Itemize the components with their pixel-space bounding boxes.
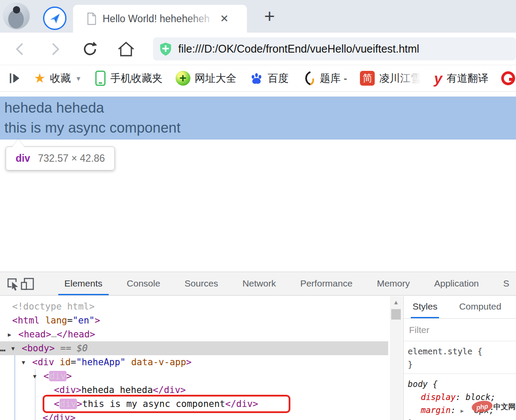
php-badge: php: [471, 400, 493, 413]
sidebar-toggle-icon[interactable]: [8, 72, 21, 85]
styles-filter-field[interactable]: Filter: [403, 319, 516, 341]
address-bar[interactable]: file:///D:/OK/Code/frontEnd/vueHello/vue…: [153, 37, 516, 60]
styles-tabs: Styles Computed: [403, 296, 516, 319]
devtools-panel: Elements Console Sources Network Perform…: [0, 272, 516, 420]
security-shield-icon: [159, 42, 172, 57]
code-row[interactable]: …▼<body> == $0: [0, 341, 388, 355]
code-row[interactable]: <html lang="en">: [0, 313, 388, 327]
user-avatar[interactable]: [3, 3, 30, 30]
bookmark-lingchuanjiangxue[interactable]: 简 凌川江雪: [360, 71, 421, 86]
tab-application[interactable]: Application: [428, 273, 485, 295]
bookmark-baidu[interactable]: 百度: [250, 71, 289, 85]
url-text[interactable]: file:///D:/OK/Code/frontEnd/vueHello/vue…: [178, 43, 419, 55]
bookmark-tiku[interactable]: 题库 -: [302, 71, 347, 86]
code-row[interactable]: <!doctype html>: [0, 300, 388, 313]
inspector-highlight-overlay: heheda heheda this is my async component: [0, 97, 516, 140]
page-text-line1: heheda heheda: [4, 98, 516, 118]
filter-placeholder: Filter: [409, 325, 429, 335]
code-row[interactable]: ▼<div>: [0, 369, 388, 383]
bookmarks-bar: ★ 收藏 ▼ 手机收藏夹 + 网址大全 百度: [0, 65, 516, 92]
code-row[interactable]: element.style {: [408, 345, 516, 358]
element-style-rule[interactable]: element.style {}: [403, 341, 516, 374]
devtools-body: <!doctype html><html lang="en">▶<head>…<…: [0, 296, 516, 420]
browser-window: Hello World! heheheheh ✕ +: [0, 0, 516, 420]
devtools-toolbar: Elements Console Sources Network Perform…: [0, 273, 516, 296]
tab-console[interactable]: Console: [121, 273, 166, 295]
tab-title: Hello World! heheheheh: [103, 13, 210, 24]
forward-button[interactable]: [45, 39, 66, 60]
chevron-down-icon[interactable]: ▼: [75, 75, 82, 82]
elements-scrollbar[interactable]: ▲: [390, 296, 402, 420]
bookmark-site-directory[interactable]: + 网址大全: [176, 71, 236, 86]
baidu-paw-icon: [250, 71, 263, 85]
navigation-toolbar: file:///D:/OK/Code/frontEnd/vueHello/vue…: [0, 33, 516, 65]
inspect-element-icon[interactable]: [6, 274, 20, 293]
tab-computed[interactable]: Computed: [457, 296, 503, 318]
code-row[interactable]: ▶<head>…</head>: [0, 327, 388, 341]
tooltip-dimensions: 732.57 × 42.86: [38, 153, 105, 164]
page-document-icon: [86, 12, 97, 25]
paper-plane-icon: [48, 12, 61, 25]
tooltip-arrow: [12, 139, 24, 147]
bookmark-favorites[interactable]: ★ 收藏 ▼: [34, 71, 82, 85]
tab-elements[interactable]: Elements: [58, 273, 109, 295]
browser-tab[interactable]: Hello World! heheheheh ✕: [73, 5, 247, 33]
tab-performance[interactable]: Performance: [294, 273, 359, 295]
watermark-text: 中文网: [493, 402, 516, 412]
new-tab-button[interactable]: +: [259, 6, 280, 27]
dom-tree-pane[interactable]: <!doctype html><html lang="en">▶<head>…<…: [0, 296, 388, 420]
device-toolbar-icon[interactable]: [20, 274, 35, 293]
tab-close-icon[interactable]: ✕: [220, 13, 229, 25]
scrollbar-up-arrow[interactable]: ▲: [390, 299, 402, 306]
bookmark-mobile-favorites[interactable]: 手机收藏夹: [95, 70, 163, 86]
code-row[interactable]: ▼<div id="heheApp" data-v-app>: [0, 355, 388, 369]
tab-network[interactable]: Network: [236, 273, 282, 295]
home-button[interactable]: [116, 39, 136, 60]
scrollbar-thumb[interactable]: [391, 309, 401, 320]
tooltip-tag-name: div: [16, 153, 30, 164]
page-viewport: heheda heheda this is my async component…: [0, 92, 516, 272]
jian-badge-icon: 简: [360, 71, 375, 86]
star-icon: ★: [34, 72, 46, 85]
page-text-line2: this is my async component: [4, 118, 516, 138]
youdao-y-icon: y: [434, 71, 442, 86]
phone-icon: [95, 70, 106, 86]
code-row[interactable]: }: [408, 358, 516, 371]
tab-title-wrap: Hello World! heheheheh: [103, 13, 216, 25]
tab-strip: Hello World! heheheheh ✕ +: [0, 0, 516, 33]
tab-styles[interactable]: Styles: [411, 296, 439, 318]
watermark: php 中文网: [472, 401, 516, 412]
red-annotation-box: [43, 395, 290, 413]
body-style-rule[interactable]: body {display: block;margin: ▶ 8px;}: [403, 374, 516, 420]
bookmark-youdao-translate[interactable]: y 有道翻译: [434, 71, 488, 86]
browser-logo-icon[interactable]: [43, 7, 67, 30]
code-row[interactable]: }: [408, 417, 516, 420]
tab-security[interactable]: S: [497, 273, 515, 295]
devtools-tabs: Elements Console Sources Network Perform…: [58, 273, 516, 295]
back-button[interactable]: [10, 39, 30, 60]
code-row[interactable]: body {: [408, 377, 516, 390]
green-plus-icon: +: [176, 71, 190, 86]
bracket-logo-icon: [302, 71, 316, 86]
g-ring-icon: [501, 71, 515, 85]
bookmark-li[interactable]: Li: [501, 71, 516, 85]
tab-memory[interactable]: Memory: [371, 273, 416, 295]
tab-sources[interactable]: Sources: [179, 273, 224, 295]
element-size-tooltip: div 732.57 × 42.86: [6, 147, 115, 170]
refresh-button[interactable]: [80, 39, 100, 60]
